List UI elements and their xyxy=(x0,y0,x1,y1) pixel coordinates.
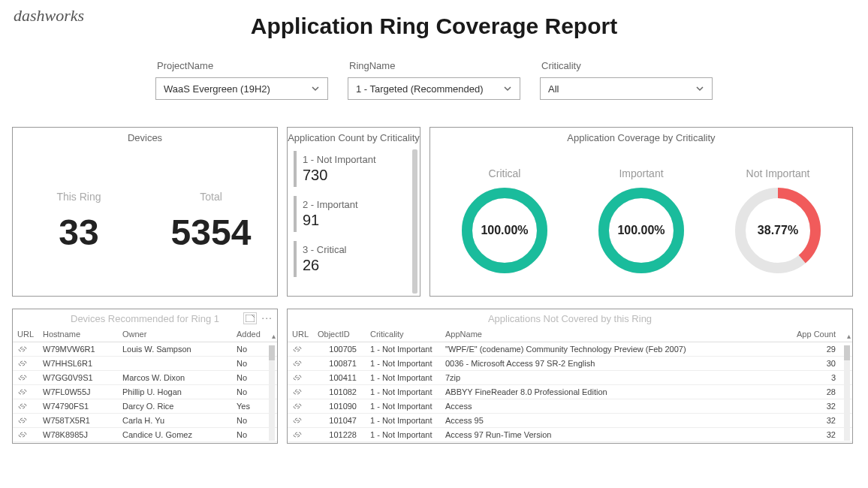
table-row[interactable]: W7GG0V9S1Marcos W. DixonNo xyxy=(13,371,277,385)
scroll-up-icon[interactable]: ▴ xyxy=(272,332,276,340)
cell-objectid: 101047 xyxy=(313,414,366,428)
link-icon[interactable] xyxy=(13,357,38,371)
cell-criticality: 1 - Not Important xyxy=(366,399,441,414)
col-hostname[interactable]: Hostname xyxy=(38,327,118,342)
coverage-donut[interactable]: Not Important38.77% xyxy=(733,167,823,276)
table-row[interactable]: 1008711 - Not Important0036 - Microsoft … xyxy=(288,357,852,371)
coverage-donut[interactable]: Critical100.00% xyxy=(460,167,550,276)
cell-appname: Access 97 Run-Time Version xyxy=(441,428,792,442)
cell-objectid: 101090 xyxy=(313,399,366,414)
link-icon[interactable] xyxy=(13,428,38,442)
cell-appcount: 32 xyxy=(792,428,845,442)
link-icon[interactable] xyxy=(288,414,313,428)
filter-ring-label: RingName xyxy=(348,60,520,71)
col-url[interactable]: URL xyxy=(13,327,38,342)
cell-added: No xyxy=(232,342,270,357)
coverage-donut-value: 38.77% xyxy=(758,224,798,237)
col-url[interactable]: URL xyxy=(288,327,313,342)
cell-objectid: 100705 xyxy=(313,342,366,357)
coverage-card-title: Application Coverage by Criticality xyxy=(430,128,852,148)
link-icon[interactable] xyxy=(13,371,38,385)
cell-added: No xyxy=(232,414,270,428)
link-icon[interactable] xyxy=(13,385,38,399)
appcount-item-label: 2 - Important xyxy=(303,199,409,210)
filter-project-value: WaaS Evergreen (19H2) xyxy=(164,83,270,95)
scrollbar[interactable] xyxy=(412,149,417,294)
appcount-item[interactable]: 2 - Important91 xyxy=(294,196,409,232)
table-row[interactable]: W758TX5R1Carla H. YuNo xyxy=(13,414,277,428)
devices-thisring-label: This Ring xyxy=(56,191,101,203)
cell-hostname: W78K8985J xyxy=(38,428,118,442)
col-appcount[interactable]: App Count xyxy=(792,327,845,342)
link-icon[interactable] xyxy=(288,371,313,385)
devices-table-card: Devices Recommended for Ring 1 ··· URL H… xyxy=(12,309,278,444)
cell-appname: "WPF/E" (codename) Community Technology … xyxy=(441,342,792,357)
cell-criticality: 1 - Not Important xyxy=(366,428,441,442)
table-row[interactable]: 1010471 - Not ImportantAccess 9532 xyxy=(288,414,852,428)
col-criticality[interactable]: Criticality xyxy=(366,327,441,342)
filter-ring-dropdown[interactable]: 1 - Targeted (Recommended) xyxy=(348,77,520,100)
cell-appname: Access 95 xyxy=(441,414,792,428)
cell-objectid: 101082 xyxy=(313,385,366,399)
cell-objectid: 101228 xyxy=(313,428,366,442)
cell-appcount: 28 xyxy=(792,385,845,399)
cell-appname: ABBYY FineReader 8.0 Professional Editio… xyxy=(441,385,792,399)
filter-criticality-dropdown[interactable]: All xyxy=(540,77,713,100)
chevron-down-icon xyxy=(695,84,704,93)
chevron-down-icon xyxy=(311,84,320,93)
appcount-item-label: 3 - Critical xyxy=(303,244,409,255)
table-row[interactable]: 1010821 - Not ImportantABBYY FineReader … xyxy=(288,385,852,399)
appcount-item[interactable]: 3 - Critical26 xyxy=(294,241,409,277)
coverage-card: Application Coverage by Criticality Crit… xyxy=(429,127,853,297)
col-appname[interactable]: AppName xyxy=(441,327,792,342)
table-row[interactable]: 1007051 - Not Important"WPF/E" (codename… xyxy=(288,342,852,357)
cell-appname: 7zip xyxy=(441,371,792,385)
link-icon[interactable] xyxy=(13,399,38,414)
cell-appcount: 29 xyxy=(792,342,845,357)
cell-criticality: 1 - Not Important xyxy=(366,385,441,399)
devices-total-value: 5354 xyxy=(171,212,252,253)
cell-criticality: 1 - Not Important xyxy=(366,414,441,428)
table-row[interactable]: W7HHSL6R1No xyxy=(13,357,277,371)
devices-table: URL Hostname Owner Added W79MVW6R1Louis … xyxy=(13,327,277,442)
table-row[interactable]: 1012281 - Not ImportantAccess 97 Run-Tim… xyxy=(288,428,852,442)
link-icon[interactable] xyxy=(288,399,313,414)
coverage-donut-label: Important xyxy=(596,167,686,179)
cell-appcount: 32 xyxy=(792,414,845,428)
link-icon[interactable] xyxy=(288,357,313,371)
appcount-item[interactable]: 1 - Not Important730 xyxy=(294,151,409,187)
filter-project-dropdown[interactable]: WaaS Evergreen (19H2) xyxy=(155,77,328,100)
cell-hostname: W7FL0W55J xyxy=(38,385,118,399)
cell-added: No xyxy=(232,357,270,371)
scroll-up-icon[interactable]: ▴ xyxy=(847,332,851,340)
link-icon[interactable] xyxy=(13,342,38,357)
table-row[interactable]: 1004111 - Not Important7zip3 xyxy=(288,371,852,385)
more-options-icon[interactable]: ··· xyxy=(261,312,273,324)
appcount-item-value: 91 xyxy=(303,212,409,229)
table-row[interactable]: W78K8985JCandice U. GomezNo xyxy=(13,428,277,442)
cell-objectid: 100871 xyxy=(313,357,366,371)
col-owner[interactable]: Owner xyxy=(118,327,232,342)
table-row[interactable]: W7FL0W55JPhillip U. HoganNo xyxy=(13,385,277,399)
table-row[interactable]: W74790FS1Darcy O. RiceYes xyxy=(13,399,277,414)
scrollbar[interactable] xyxy=(269,345,275,441)
link-icon[interactable] xyxy=(288,428,313,442)
cell-added: No xyxy=(232,385,270,399)
coverage-donut-value: 100.00% xyxy=(481,224,528,237)
table-row[interactable]: 1010901 - Not ImportantAccess32 xyxy=(288,399,852,414)
col-added[interactable]: Added xyxy=(232,327,270,342)
col-objectid[interactable]: ObjectID xyxy=(313,327,366,342)
link-icon[interactable] xyxy=(288,385,313,399)
link-icon[interactable] xyxy=(13,414,38,428)
focus-mode-icon[interactable] xyxy=(243,312,257,324)
cell-owner: Marcos W. Dixon xyxy=(118,371,232,385)
table-row[interactable]: W79MVW6R1Louis W. SampsonNo xyxy=(13,342,277,357)
filter-criticality-label: Criticality xyxy=(540,60,713,71)
filter-ring-value: 1 - Targeted (Recommended) xyxy=(356,83,484,95)
scrollbar[interactable] xyxy=(844,345,850,441)
coverage-donut[interactable]: Important100.00% xyxy=(596,167,686,276)
cell-criticality: 1 - Not Important xyxy=(366,371,441,385)
link-icon[interactable] xyxy=(288,342,313,357)
coverage-donut-label: Not Important xyxy=(733,167,823,179)
devices-total-label: Total xyxy=(200,191,222,203)
